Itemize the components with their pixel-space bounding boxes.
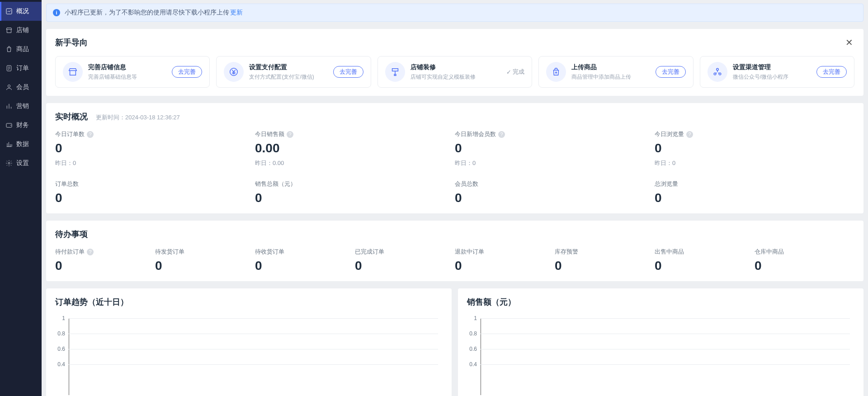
- metric-label: 待发货订单: [155, 248, 255, 256]
- charts-row: 订单趋势（近十日） 0.40.60.81 销售额（元） 0.40.60.81: [46, 288, 863, 396]
- sidebar-item-label: 商品: [16, 45, 29, 53]
- sidebar-item-goods[interactable]: 商品: [0, 40, 42, 59]
- sidebar-item-finance[interactable]: 财务: [0, 116, 42, 135]
- todo-panel: 待办事项 待付款订单?0待发货订单0待收货订单0已完成订单0退款中订单0库存预警…: [46, 221, 863, 281]
- guide-card-upload: 上传商品商品管理中添加商品上传 去完善: [538, 56, 693, 88]
- axis-tick: 0.4: [57, 361, 69, 368]
- metric-yesterday: 昨日：0: [655, 159, 854, 167]
- guide-done-badge: ✓完成: [506, 68, 524, 76]
- guide-action-button[interactable]: 去完善: [333, 66, 363, 78]
- help-icon[interactable]: ?: [87, 249, 94, 255]
- metric: 退款中订单0: [455, 248, 555, 273]
- metric-value: 0: [55, 259, 155, 273]
- sidebar-item-settings[interactable]: 设置: [0, 154, 42, 173]
- metric-value: 0: [655, 259, 755, 273]
- axis-tick: 0.4: [469, 361, 481, 368]
- sidebar-item-overview[interactable]: 概况: [0, 2, 42, 21]
- realtime-title: 实时概况: [55, 111, 88, 122]
- metric-label: 仓库中商品: [755, 248, 854, 256]
- guide-card-sub: 商品管理中添加商品上传: [571, 73, 650, 81]
- close-icon[interactable]: ✕: [844, 37, 854, 48]
- wallet-icon: [5, 122, 13, 129]
- help-icon[interactable]: ?: [686, 131, 693, 138]
- metric: 待发货订单0: [155, 248, 255, 273]
- guide-card-decoration: 店铺装修店铺可实现自定义模板装修 ✓完成: [377, 56, 532, 88]
- metric-value: 0: [555, 259, 655, 273]
- metric-value: 0: [255, 259, 355, 273]
- sidebar-item-label: 会员: [16, 83, 29, 91]
- metric-label: 退款中订单: [455, 248, 555, 256]
- guide-card-title: 完善店铺信息: [88, 63, 166, 71]
- metric-value: 0: [755, 259, 854, 273]
- metric-label: 今日订单数?: [55, 130, 255, 138]
- guide-action-button[interactable]: 去完善: [656, 66, 686, 78]
- metric-label: 待付款订单?: [55, 248, 155, 256]
- realtime-time: 更新时间：2024-03-18 12:36:27: [96, 113, 180, 122]
- metric: 已完成订单0: [355, 248, 455, 273]
- metric-value: 0: [655, 191, 854, 205]
- metric: 库存预警0: [555, 248, 655, 273]
- chart-canvas: 0.40.60.81: [481, 318, 854, 395]
- metric: 待付款订单?0: [55, 248, 155, 273]
- axis-tick: 0.6: [57, 346, 69, 352]
- sidebar-item-label: 营销: [16, 102, 29, 110]
- metric: 出售中商品0: [655, 248, 755, 273]
- metric-label: 今日新增会员数?: [455, 130, 655, 138]
- info-icon: i: [53, 9, 60, 16]
- metric-value: 0: [355, 259, 455, 273]
- metric-label: 订单总数: [55, 180, 255, 188]
- sidebar-item-order[interactable]: 订单: [0, 59, 42, 78]
- metric-label: 今日浏览量?: [655, 130, 854, 138]
- svg-point-4: [8, 162, 10, 164]
- metric-yesterday: 昨日：0: [55, 159, 255, 167]
- metric: 总浏览量0: [655, 180, 854, 205]
- alert-link[interactable]: 更新: [230, 9, 243, 17]
- help-icon[interactable]: ?: [87, 131, 94, 138]
- sidebar-item-data[interactable]: 数据: [0, 135, 42, 154]
- sidebar-item-label: 订单: [16, 64, 29, 72]
- metric-value: 0: [455, 259, 555, 273]
- user-icon: [5, 84, 13, 91]
- metric-label: 待收货订单: [255, 248, 355, 256]
- axis-tick: 0.8: [469, 330, 481, 337]
- metric: 仓库中商品0: [755, 248, 854, 273]
- guide-card-shop-info: 完善店铺信息完善店铺基础信息等 去完善: [55, 56, 210, 88]
- sidebar-item-marketing[interactable]: 营销: [0, 97, 42, 116]
- guide-title: 新手导向: [55, 37, 88, 48]
- guide-panel: 新手导向 ✕ 完善店铺信息完善店铺基础信息等 去完善 设置支付配置支付方式配置(…: [46, 29, 863, 96]
- metric-value: 0: [255, 191, 455, 205]
- sidebar-item-label: 店铺: [16, 26, 29, 34]
- help-icon[interactable]: ?: [287, 131, 293, 138]
- yen-icon: [224, 62, 244, 82]
- store-icon: [5, 27, 13, 34]
- metric-value: 0: [455, 141, 655, 156]
- bag-icon: [5, 46, 13, 53]
- axis-tick: 1: [62, 315, 69, 321]
- metric: 今日浏览量?0昨日：0: [655, 130, 854, 167]
- svg-point-2: [8, 85, 10, 87]
- sidebar: 概况 店铺 商品 订单 会员 营销 财务 数据 设置: [0, 0, 42, 396]
- check-icon: ✓: [506, 69, 511, 75]
- chart-title: 订单趋势（近十日）: [55, 297, 443, 307]
- metric-value: 0: [55, 191, 255, 205]
- sidebar-item-label: 设置: [16, 159, 29, 167]
- main-content: i 小程序已更新，为了不影响您的使用请尽快下载小程序上传 更新 新手导向 ✕ 完…: [42, 0, 868, 396]
- metric: 会员总数0: [455, 180, 655, 205]
- sidebar-item-label: 数据: [16, 140, 29, 148]
- sidebar-item-member[interactable]: 会员: [0, 78, 42, 97]
- help-icon[interactable]: ?: [498, 131, 505, 138]
- update-alert: i 小程序已更新，为了不影响您的使用请尽快下载小程序上传 更新: [46, 4, 863, 22]
- guide-action-button[interactable]: 去完善: [172, 66, 202, 78]
- chart-orders: 订单趋势（近十日） 0.40.60.81: [46, 288, 452, 396]
- shop-icon: [63, 62, 83, 82]
- guide-action-button[interactable]: 去完善: [816, 66, 847, 78]
- axis-tick: 0.8: [57, 330, 69, 337]
- sidebar-item-shop[interactable]: 店铺: [0, 21, 42, 40]
- brush-icon: [385, 62, 405, 82]
- guide-card-sub: 完善店铺基础信息等: [88, 73, 166, 81]
- metric-label: 今日销售额?: [255, 130, 455, 138]
- guide-card-channel: 设置渠道管理微信公众号/微信小程序 去完善: [700, 56, 854, 88]
- guide-card-title: 店铺装修: [410, 63, 501, 71]
- chart-icon: [5, 8, 13, 15]
- alert-text: 小程序已更新，为了不影响您的使用请尽快下载小程序上传: [65, 9, 229, 17]
